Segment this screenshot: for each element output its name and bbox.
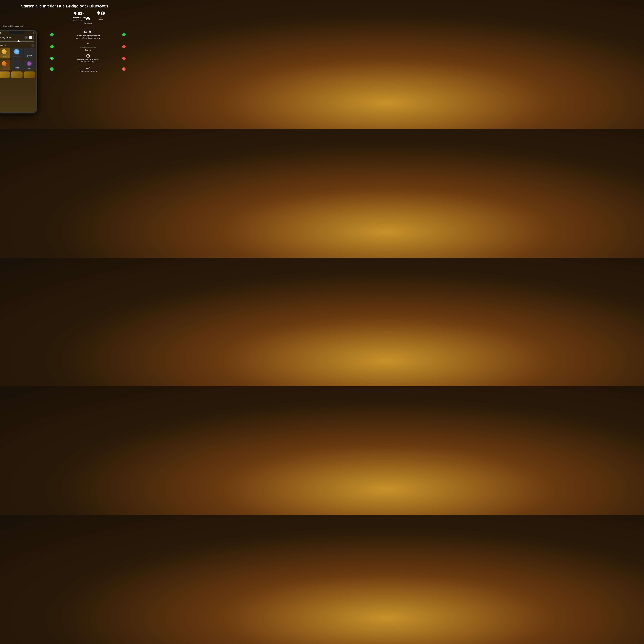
bt-label: Ein Raum [98,16,103,20]
clock-icon [86,54,90,58]
room-name-label: Living room [0,36,11,39]
feature-row-scenes: ✓ Einf [50,30,126,39]
svg-rect-4 [79,13,79,13]
scene-card-read[interactable]: Read [0,48,10,58]
status-bar-right: ↬ ▌ [32,32,34,34]
bt-icons [97,11,105,16]
bridge-check-routines: ✓ [50,57,54,60]
svg-rect-18 [88,44,88,44]
brightness-row [0,40,36,42]
pencil-icon: ✏ [0,61,1,62]
feature-text-remote: Steuerung von unterwegs [79,70,97,72]
svg-rect-9 [98,15,99,15]
svg-rect-1 [75,15,76,15]
home-icon [86,16,90,22]
hue-bridge-icon [78,11,83,16]
svg-point-12 [90,31,90,32]
feature-remote-content: Steuerung von unterwegs [55,66,121,72]
scene-card-tropical[interactable]: ··· Tropical Twilight [11,60,22,70]
concentrate-icon [14,49,19,54]
bt-cross-accessories: ✕ [122,45,126,48]
scene-label-relax: Relax [3,68,6,69]
scene-dots-menu[interactable]: ··· [20,61,21,62]
add-scene-button[interactable]: + [31,44,34,47]
remote-access-icon [85,66,91,70]
scene-card-savannah[interactable]: Savannah Sunset [24,48,35,58]
signal-bars [0,32,1,34]
bt-check-scenes: ✓ [122,33,126,36]
bridge-check-remote: ✓ [50,67,54,71]
tropical-icon [17,61,23,61]
soho-icon [27,61,32,66]
feature-text-routines: Einstellen von Routinen, Timernund Autom… [77,58,99,63]
feature-text-accessories: Installation von smartemZubehör [79,47,96,51]
bottom-card-2 [11,71,22,78]
bridge-check-scenes: ✓ [50,33,54,36]
setup-options-row: * Ganzes Haus und Außenbereich Reichweit… [50,11,126,27]
range-group: Reichweite [80,16,96,24]
voice-icon [88,30,92,34]
bt-lamp-icon [97,11,100,16]
scene-card-soho[interactable]: Soho [24,60,35,70]
feature-text-scenes: Einfache Erstellung von Szenen mitder Ap… [76,35,100,39]
scene-label-concentrate: Concentrate [13,56,20,57]
bridge-note: *Philips Hue Bridge separat erhältlich [2,25,25,27]
svg-rect-16 [88,43,88,43]
scene-label-tropical: Tropical Twilight [15,67,19,69]
brightness-slider[interactable] [0,41,34,42]
svg-rect-6 [79,14,79,14]
svg-rect-17 [88,43,88,44]
bridge-icons: * [74,11,84,16]
svg-rect-14 [87,43,88,44]
scene-card-relax[interactable]: ✏ Relax [0,60,10,70]
scenes-row-1: Read Concentrate Savannah Sunset [0,48,36,58]
bluetooth-icon [101,11,105,15]
header-icons: ··· [24,36,34,39]
bottom-card-1 [0,71,10,78]
phone-screen: ↬ ▌ Living room ··· [0,31,36,112]
range-label: Reichweite [84,22,92,24]
scene-label-read: Read [3,56,6,57]
bt-cross-routines: ✕ [122,57,126,60]
phone-notch [9,31,24,34]
feature-row-accessories: ✓ Installation von smartemZubehör ✕ [50,42,126,51]
scenes-label: SCENES [0,44,6,46]
svg-rect-5 [79,13,79,14]
app-header: Living room ··· [0,35,36,40]
svg-rect-0 [75,15,76,15]
scene-card-concentrate[interactable]: Concentrate [11,48,22,58]
bridge-check-accessories: ✓ [50,45,54,48]
brightness-thumb [18,40,20,42]
power-toggle[interactable] [29,36,34,39]
accessory-icon [86,42,90,46]
svg-point-3 [80,13,81,14]
page-title: Starten Sie mit der Hue Bridge oder Blue… [0,0,129,11]
svg-point-11 [84,31,87,33]
feature-row-remote: ✓ Steuerung von unterwegs ✕ [50,66,126,72]
dots-button[interactable]: ··· [24,36,28,39]
home-svg-icon [86,16,90,21]
dots-icon: ··· [26,37,27,38]
feature-accessories-content: Installation von smartemZubehör [55,42,121,51]
nfc-icon [84,30,88,34]
savannah-icon [30,49,35,49]
wifi-icon: ↬ [32,32,33,34]
feature-scenes-content: Einfache Erstellung von Szenen mitder Ap… [55,30,121,39]
scene-label-savannah: Savannah Sunset [27,55,32,57]
bottom-card-3 [24,71,35,78]
scenes-row-2: ✏ Relax ··· Tropical Twilight Soho [0,58,36,70]
bt-cross-remote: ✕ [122,67,126,71]
scenes-header-row: SCENES + [0,42,36,48]
bottom-row-partial [0,70,36,78]
asterisk-label: * [83,12,84,15]
feature-rows: ✓ Einf [50,30,126,72]
toggle-knob [32,36,34,39]
phone-mockup: ↬ ▌ Living room ··· [0,30,37,113]
feature-row-routines: ✓ Einstellen von Routinen, Timernund Aut… [50,54,126,63]
phone-section: *Philips Hue Bridge separat erhältlich [0,11,48,128]
feature-routines-content: Einstellen von Routinen, Timernund Autom… [55,54,121,63]
features-section: * Ganzes Haus und Außenbereich Reichweit… [48,11,129,128]
svg-rect-8 [98,14,99,15]
phone-frame: ↬ ▌ Living room ··· [0,30,37,113]
svg-rect-15 [87,44,88,44]
